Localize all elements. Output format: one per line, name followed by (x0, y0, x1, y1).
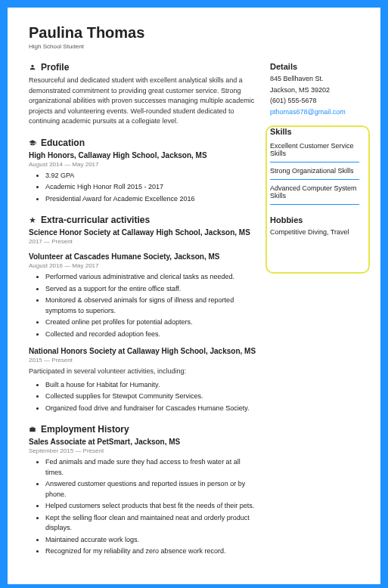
employment-section: Employment History Sales Associate at Pe… (29, 424, 256, 557)
employment-head: Employment History (29, 424, 256, 435)
skill-item: Excellent Customer Service Skills (270, 139, 359, 162)
details-block: Details 845 Bellhaven St. Jackson, MS 39… (270, 62, 359, 116)
list-item: 3.92 GPA (45, 171, 256, 181)
skills-heading: Skills (270, 127, 359, 136)
profile-text: Resourceful and dedicated student with e… (29, 76, 256, 127)
hobbies-block: Hobbies Competitive Diving, Travel (270, 215, 359, 237)
hobbies-text: Competitive Diving, Travel (270, 227, 359, 237)
education-entry: High Honors, Callaway High School, Jacks… (29, 151, 256, 205)
hobbies-heading: Hobbies (270, 215, 359, 224)
list-item: Presidential Award for Academic Excellen… (45, 194, 256, 205)
subtitle: High School Student (29, 43, 359, 50)
entry-title: Sales Associate at PetSmart, Jackson, MS (29, 438, 256, 446)
graduation-icon (29, 139, 36, 147)
skills-block: Skills Excellent Customer Service Skills… (270, 127, 359, 205)
entry-title: National Honors Society at Callaway High… (29, 347, 256, 355)
extracurricular-entry: Science Honor Society at Callaway High S… (29, 228, 256, 245)
side-column: Details 845 Bellhaven St. Jackson, MS 39… (270, 62, 359, 568)
main-column: Profile Resourceful and dedicated studen… (29, 62, 256, 568)
columns: Profile Resourceful and dedicated studen… (29, 62, 359, 568)
entry-title: Science Honor Society at Callaway High S… (29, 228, 256, 237)
entry-bullets: Fed animals and made sure they had acces… (29, 457, 256, 557)
education-bullets: 3.92 GPA Academic High Honor Roll 2015 -… (29, 171, 256, 205)
employment-title: Employment History (41, 424, 129, 435)
list-item: Answered customer questions and reported… (45, 479, 256, 500)
details-address2: Jackson, MS 39202 (270, 85, 359, 95)
list-item: Performed various administrative and cle… (45, 272, 256, 283)
entry-intro: Participated in several volunteer activi… (29, 367, 256, 377)
list-item: Kept the selling floor clean and maintai… (45, 513, 256, 534)
extracurricular-entry: Volunteer at Cascades Humane Society, Ja… (29, 252, 256, 339)
education-entry-dates: August 2014 — May 2017 (29, 161, 256, 168)
list-item: Maintained accurate work logs. (45, 535, 256, 546)
profile-section: Profile Resourceful and dedicated studen… (29, 62, 256, 127)
extracurricular-section: Extra-curricular activities Science Hono… (29, 215, 256, 413)
details-email[interactable]: pthomas678@gmail.com (270, 107, 359, 117)
list-item: Organized food drive and fundraiser for … (45, 404, 256, 414)
list-item: Built a house for Habitat for Humanity. (45, 380, 256, 391)
education-section: Education High Honors, Callaway High Sch… (29, 138, 256, 205)
person-icon (29, 63, 36, 71)
education-entry-title: High Honors, Callaway High School, Jacks… (29, 151, 256, 159)
list-item: Academic High Honor Roll 2015 - 2017 (45, 182, 256, 193)
list-item: Created online pet profiles for potentia… (45, 317, 256, 328)
details-heading: Details (270, 62, 359, 71)
resume-page: Paulina Thomas High School Student Profi… (8, 8, 380, 584)
list-item: Recognized for my reliability and zero a… (45, 546, 256, 557)
list-item: Collected and recorded adoption fees. (45, 330, 256, 340)
extracurricular-entry: National Honors Society at Callaway High… (29, 347, 256, 413)
entry-dates: 2017 — Present (29, 238, 256, 245)
list-item: Served as a support for the entire offic… (45, 284, 256, 295)
entry-dates: August 2016 — May 2017 (29, 262, 256, 269)
entry-dates: September 2015 — Present (29, 447, 256, 454)
extracurricular-title: Extra-curricular activities (41, 215, 150, 225)
details-phone: (601) 555-5678 (270, 96, 359, 106)
profile-head: Profile (29, 62, 256, 73)
skill-item: Strong Organizational Skills (270, 164, 359, 180)
entry-bullets: Performed various administrative and cle… (29, 272, 256, 339)
entry-title: Volunteer at Cascades Humane Society, Ja… (29, 252, 256, 261)
profile-title: Profile (41, 62, 69, 73)
briefcase-icon (29, 426, 36, 433)
education-head: Education (29, 138, 256, 148)
entry-bullets: Built a house for Habitat for Humanity. … (29, 380, 256, 414)
list-item: Fed animals and made sure they had acces… (45, 457, 256, 478)
list-item: Monitored & observed animals for signs o… (45, 296, 256, 316)
extracurricular-head: Extra-curricular activities (29, 215, 256, 225)
skill-item: Advanced Computer System Skills (270, 181, 359, 205)
details-address1: 845 Bellhaven St. (270, 74, 359, 84)
list-item: Helped customers select products that be… (45, 501, 256, 512)
star-icon (29, 216, 36, 224)
name-heading: Paulina Thomas (29, 24, 359, 42)
employment-entry: Sales Associate at PetSmart, Jackson, MS… (29, 438, 256, 557)
list-item: Collected supplies for Stewpot Community… (45, 391, 256, 402)
education-title: Education (41, 138, 85, 148)
entry-dates: 2015 — Present (29, 357, 256, 364)
